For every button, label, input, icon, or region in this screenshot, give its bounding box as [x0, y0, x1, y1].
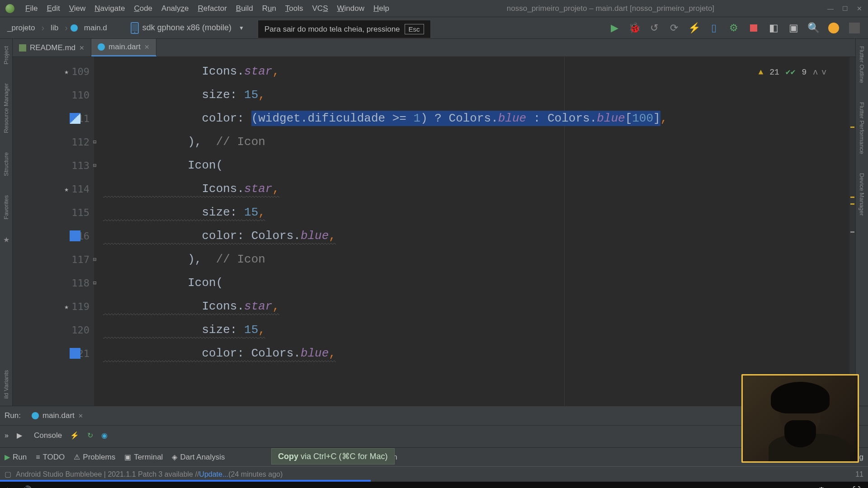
- status-ago: (24 minutes ago): [228, 470, 283, 479]
- theater-mode-icon[interactable]: ▭: [835, 485, 843, 488]
- dart-file-icon: [71, 24, 78, 32]
- menu-navigate[interactable]: Navigate: [90, 4, 129, 13]
- device-manager-tool[interactable]: Device Manager: [859, 170, 865, 219]
- run-tool-button[interactable]: ▶Run: [5, 453, 27, 462]
- gutter-line[interactable]: ⊟118: [13, 271, 94, 295]
- tool-window-toggle-icon[interactable]: ▢: [5, 470, 11, 479]
- flutter-devtools-button[interactable]: ⚙: [729, 23, 739, 33]
- menu-analyze[interactable]: Analyze: [157, 4, 193, 13]
- menu-window[interactable]: Window: [333, 4, 369, 13]
- gutter-line[interactable]: ⊟113: [13, 154, 94, 177]
- structure-tool[interactable]: Structure: [3, 150, 9, 179]
- update-link[interactable]: Update...: [199, 470, 228, 479]
- menu-help[interactable]: Help: [369, 4, 394, 13]
- tab-readme[interactable]: README.md ✕: [13, 39, 91, 56]
- gutter-line[interactable]: ★119: [13, 295, 94, 318]
- avd-manager-button[interactable]: ▣: [788, 23, 798, 33]
- menu-tools[interactable]: Tools: [281, 4, 308, 13]
- hot-restart-icon[interactable]: ↻: [87, 431, 93, 440]
- app-icon: [5, 4, 14, 13]
- favorites-tool[interactable]: Favorites: [3, 192, 9, 222]
- close-icon[interactable]: ✕: [78, 413, 83, 419]
- play-video-button[interactable]: ▶: [7, 485, 14, 488]
- attach-debugger-button[interactable]: ▯: [709, 23, 719, 33]
- code-editor[interactable]: ▲ 21 ✔✔ 9 ʌv Icons.star, size: 15, color…: [94, 57, 849, 406]
- expand-icon[interactable]: »: [5, 432, 9, 440]
- bookmark-icon: ★: [64, 185, 69, 193]
- breadcrumb-lib[interactable]: lib: [47, 23, 62, 33]
- menu-vcs[interactable]: VCS: [308, 4, 333, 13]
- gutter-line[interactable]: ⊟117: [13, 248, 94, 271]
- gutter-line[interactable]: 120: [13, 318, 94, 342]
- status-text: Android Studio Bumblebee | 2021.1.1 Patc…: [16, 470, 199, 479]
- gutter-line[interactable]: ★109: [13, 60, 94, 83]
- todo-tool-button[interactable]: ≡TODO: [36, 453, 65, 462]
- flutter-performance-tool[interactable]: Flutter Performance: [859, 99, 865, 157]
- run-button[interactable]: ▶: [609, 23, 619, 33]
- volume-icon[interactable]: 🔊: [22, 485, 32, 488]
- stop-button[interactable]: [749, 23, 759, 33]
- hot-reload-button[interactable]: ⚡: [689, 23, 699, 33]
- terminal-tool-button[interactable]: ▣Terminal: [124, 453, 163, 462]
- problems-tool-button[interactable]: ⚠Problems: [74, 453, 115, 462]
- skip-forward-icon[interactable]: ⏭: [777, 486, 785, 488]
- flutter-outline-tool[interactable]: Flutter Outline: [859, 43, 865, 86]
- presenter-webcam: [741, 374, 859, 463]
- left-tool-rail: Project Resource Manager Structure Favor…: [0, 39, 13, 406]
- close-tab-icon[interactable]: ✕: [144, 43, 150, 51]
- resource-manager-tool[interactable]: Resource Manager: [3, 80, 9, 136]
- build-variants-tool[interactable]: ild Variants: [3, 367, 9, 401]
- tab-readme-label: README.md: [30, 43, 75, 52]
- console-tab[interactable]: Console: [34, 431, 62, 440]
- project-tool[interactable]: Project: [3, 43, 9, 67]
- dart-analysis-tool-button[interactable]: ◈Dart Analysis: [172, 453, 225, 462]
- menu-refactor[interactable]: Refactor: [193, 4, 231, 13]
- gutter-line[interactable]: ★114: [13, 177, 94, 201]
- phone-icon: [131, 22, 139, 34]
- time-separator: /: [61, 487, 63, 488]
- account-icon[interactable]: [849, 23, 860, 33]
- dart-file-icon: [98, 43, 105, 51]
- open-devtools-icon[interactable]: ◉: [101, 431, 108, 440]
- tab-main-dart[interactable]: main.dart ✕: [91, 39, 156, 56]
- device-selector[interactable]: sdk gphone x86 (mobile) ▼: [124, 20, 250, 36]
- maximize-button[interactable]: ☐: [842, 5, 848, 12]
- debug-button[interactable]: 🐞: [629, 23, 639, 33]
- gutter-line[interactable]: 110: [13, 83, 94, 107]
- device-name: sdk gphone x86 (mobile): [142, 23, 231, 33]
- fullscreen-hint: Para sair do modo tela cheia, pressione …: [258, 20, 431, 38]
- star-icon: ★: [3, 235, 9, 244]
- menu-view[interactable]: View: [65, 4, 90, 13]
- gutter-line[interactable]: 121: [13, 342, 94, 365]
- menu-build[interactable]: Build: [231, 4, 258, 13]
- close-window-button[interactable]: ✕: [856, 5, 863, 12]
- gutter-line[interactable]: 115: [13, 201, 94, 224]
- close-tab-icon[interactable]: ✕: [79, 44, 85, 52]
- breadcrumb-root[interactable]: _projeto: [4, 23, 38, 33]
- caret-position: 11: [855, 470, 863, 479]
- gutter-line[interactable]: 116: [13, 224, 94, 248]
- menu-edit[interactable]: Edit: [42, 4, 64, 13]
- playback-speed[interactable]: 1.5x: [795, 487, 808, 488]
- fullscreen-icon[interactable]: ⛶: [853, 486, 861, 488]
- error-stripe[interactable]: [849, 57, 855, 406]
- rerun-button[interactable]: ▶: [17, 431, 22, 440]
- gutter-line[interactable]: 111: [13, 107, 94, 130]
- svg-point-2: [134, 32, 135, 33]
- dart-icon: ◈: [172, 453, 177, 461]
- hot-reload-icon[interactable]: ⚡: [70, 431, 79, 440]
- gutter-line[interactable]: ⊟112: [13, 130, 94, 154]
- chevron-down-icon: ▼: [239, 25, 244, 31]
- breadcrumb-file[interactable]: main.d: [80, 23, 111, 33]
- ide-updates-icon[interactable]: [828, 23, 839, 33]
- layout-inspector-button[interactable]: ◧: [769, 23, 778, 33]
- profile-button[interactable]: ⟳: [669, 23, 679, 33]
- settings-icon[interactable]: ⚙: [818, 485, 825, 488]
- coverage-button[interactable]: ↺: [649, 23, 659, 33]
- menu-run[interactable]: Run: [258, 4, 281, 13]
- minimize-button[interactable]: —: [827, 5, 834, 12]
- menu-code[interactable]: Code: [129, 4, 157, 13]
- run-config-tab[interactable]: main.dart ✕: [26, 409, 89, 422]
- menu-file[interactable]: File: [21, 4, 42, 13]
- search-icon[interactable]: 🔍: [808, 23, 818, 33]
